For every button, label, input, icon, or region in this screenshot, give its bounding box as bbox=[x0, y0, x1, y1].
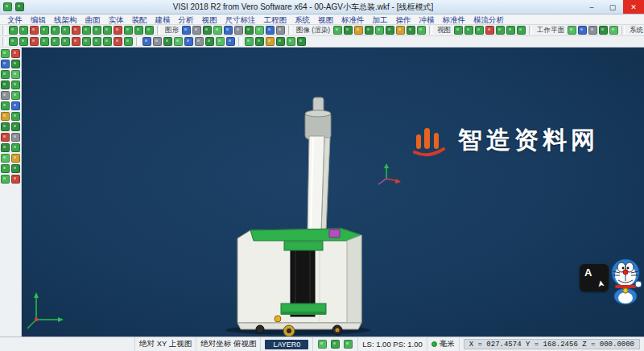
toolbar-icon[interactable] bbox=[245, 37, 254, 46]
toolbar-icon[interactable] bbox=[475, 26, 484, 35]
tool-icon[interactable] bbox=[11, 81, 20, 89]
toolbar-icon[interactable] bbox=[297, 37, 306, 46]
toolbar-icon[interactable] bbox=[163, 37, 172, 46]
minimize-button[interactable]: – bbox=[581, 0, 602, 14]
toolbar-icon[interactable] bbox=[30, 37, 39, 46]
toolbar-icon[interactable] bbox=[599, 26, 608, 35]
cad-viewport[interactable]: 智造资料网 A ➤ bbox=[22, 47, 644, 337]
menu-item[interactable]: 编辑 bbox=[27, 14, 50, 25]
toolbar-icon[interactable] bbox=[506, 26, 515, 35]
menu-item[interactable]: 标准件 bbox=[439, 14, 470, 25]
toolbar-icon[interactable] bbox=[609, 26, 618, 35]
toolbar-icon[interactable] bbox=[72, 37, 80, 46]
toolbar-icon[interactable] bbox=[417, 26, 426, 35]
toolbar-icon[interactable] bbox=[184, 37, 193, 46]
toolbar-icon[interactable] bbox=[61, 37, 70, 46]
tool-icon[interactable] bbox=[1, 154, 10, 163]
tool-icon[interactable] bbox=[1, 49, 10, 58]
toolbar-icon[interactable] bbox=[344, 26, 353, 35]
tool-icon[interactable] bbox=[1, 122, 10, 131]
toolbar-icon[interactable] bbox=[266, 37, 275, 46]
tool-icon[interactable] bbox=[11, 49, 20, 58]
toolbar-icon[interactable] bbox=[61, 26, 70, 35]
menu-item[interactable]: 标准件 bbox=[337, 14, 369, 25]
toolbar-icon[interactable] bbox=[588, 26, 597, 35]
tool-icon[interactable] bbox=[1, 81, 10, 89]
tool-icon[interactable] bbox=[1, 175, 10, 184]
menu-item[interactable]: 视图 bbox=[314, 14, 337, 25]
menu-item[interactable]: 工程图 bbox=[260, 14, 291, 25]
menu-item[interactable]: 实体 bbox=[105, 14, 128, 25]
toolbar-icon[interactable] bbox=[142, 37, 151, 46]
toolbar-icon[interactable] bbox=[51, 37, 60, 46]
toolbar-icon[interactable] bbox=[9, 26, 18, 35]
menu-item[interactable]: 视图 bbox=[198, 14, 221, 25]
toolbar-icon[interactable] bbox=[386, 26, 394, 35]
tool-icon[interactable] bbox=[1, 70, 10, 79]
menu-item[interactable]: 尺寸标注 bbox=[221, 14, 260, 25]
toolbar-icon[interactable] bbox=[51, 26, 60, 35]
toolbar-icon[interactable] bbox=[124, 26, 133, 35]
toolbar-icon[interactable] bbox=[396, 26, 405, 35]
toolbar-icon[interactable] bbox=[454, 26, 463, 35]
statusbar-icon[interactable] bbox=[331, 340, 340, 349]
tool-icon[interactable] bbox=[11, 175, 20, 184]
tool-icon[interactable] bbox=[11, 143, 20, 152]
tool-icon[interactable] bbox=[1, 101, 10, 110]
toolbar-icon[interactable] bbox=[276, 26, 285, 35]
tool-icon[interactable] bbox=[1, 143, 10, 152]
toolbar-icon[interactable] bbox=[182, 26, 191, 35]
toolbar-icon[interactable] bbox=[30, 26, 39, 35]
toolbar-icon[interactable] bbox=[255, 37, 264, 46]
toolbar-icon[interactable] bbox=[19, 26, 28, 35]
toolbar-icon[interactable] bbox=[134, 26, 143, 35]
toolbar-icon[interactable] bbox=[103, 26, 112, 35]
menu-item[interactable]: 建模 bbox=[151, 14, 175, 25]
toolbar-icon[interactable] bbox=[234, 26, 243, 35]
toolbar-icon[interactable] bbox=[287, 37, 295, 46]
toolbar-icon[interactable] bbox=[485, 26, 494, 35]
toolbar-icon[interactable] bbox=[40, 26, 49, 35]
toolbar-icon[interactable] bbox=[153, 37, 162, 46]
close-button[interactable]: ✕ bbox=[623, 0, 644, 14]
toolbar-icon[interactable] bbox=[72, 26, 80, 35]
toolbar-icon[interactable] bbox=[216, 37, 225, 46]
statusbar-coordinate-mode[interactable]: 绝对坐标 俯视图 bbox=[196, 337, 260, 351]
toolbar-icon[interactable] bbox=[226, 37, 235, 46]
toolbar-icon[interactable] bbox=[93, 37, 101, 46]
toolbar-icon[interactable] bbox=[365, 26, 374, 35]
toolbar-icon[interactable] bbox=[496, 26, 505, 35]
toolbar-icon[interactable] bbox=[192, 26, 201, 35]
statusbar-icon[interactable] bbox=[344, 340, 353, 349]
toolbar-icon[interactable] bbox=[375, 26, 384, 35]
toolbar-icon[interactable] bbox=[224, 26, 233, 35]
toolbar-icon[interactable] bbox=[255, 26, 264, 35]
statusbar-view-mode[interactable]: 绝对 XY 上视图 bbox=[134, 337, 196, 351]
toolbar-icon[interactable] bbox=[82, 37, 91, 46]
toolbar-icon[interactable] bbox=[205, 37, 214, 46]
toolbar-icon[interactable] bbox=[114, 26, 122, 35]
quick-access-icon[interactable] bbox=[3, 2, 12, 11]
toolbar-icon[interactable] bbox=[333, 26, 342, 35]
menu-item[interactable]: 装配 bbox=[128, 14, 151, 25]
menu-item[interactable]: 分析 bbox=[175, 14, 198, 25]
menu-item[interactable]: 冲模 bbox=[415, 14, 439, 25]
tool-icon[interactable] bbox=[11, 70, 20, 79]
tool-icon[interactable] bbox=[1, 133, 10, 142]
toolbar-icon[interactable] bbox=[114, 37, 122, 46]
tool-icon[interactable] bbox=[11, 122, 20, 131]
tool-icon[interactable] bbox=[11, 60, 20, 68]
tool-icon[interactable] bbox=[11, 133, 20, 142]
tool-icon[interactable] bbox=[1, 164, 10, 173]
toolbar-icon[interactable] bbox=[578, 26, 587, 35]
toolbar-icon[interactable] bbox=[203, 26, 212, 35]
menu-item[interactable]: 加工 bbox=[369, 14, 392, 25]
toolbar-icon[interactable] bbox=[145, 26, 154, 35]
tool-icon[interactable] bbox=[1, 91, 10, 100]
toolbar-icon[interactable] bbox=[195, 37, 204, 46]
menu-item[interactable]: 操作 bbox=[392, 14, 415, 25]
toolbar-icon[interactable] bbox=[40, 37, 49, 46]
toolbar-icon[interactable] bbox=[174, 37, 183, 46]
toolbar-icon[interactable] bbox=[407, 26, 415, 35]
toolbar-icon[interactable] bbox=[103, 37, 112, 46]
